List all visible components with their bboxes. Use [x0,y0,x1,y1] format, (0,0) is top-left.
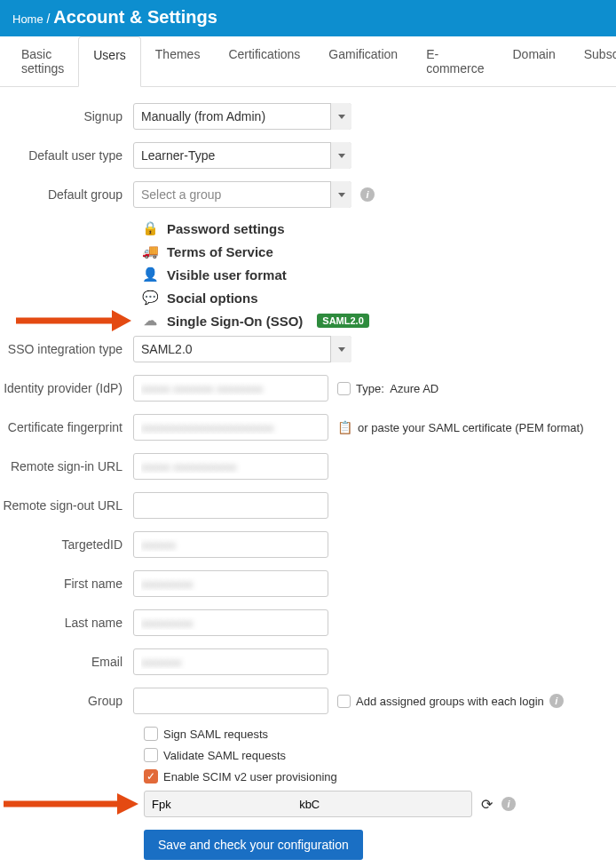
refresh-icon[interactable]: ⟳ [481,796,493,813]
cloud-icon: ☁ [142,313,158,329]
info-icon[interactable]: i [360,187,375,202]
fingerprint-aux-text: or paste your SAML certificate (PEM form… [358,421,584,434]
default-user-type-label: Default user type [0,148,133,163]
info-icon[interactable]: i [549,694,564,708]
content-area: Signup Manually (from Admin) Default use… [0,87,616,867]
signin-url-input[interactable] [133,453,328,480]
tab-ecommerce[interactable]: E-commerce [412,36,498,86]
lastname-input[interactable] [133,609,328,636]
section-sso[interactable]: ☁ Single Sign-On (SSO) SAML2.0 [142,313,616,329]
add-groups-label: Add assigned groups with each login [356,695,544,708]
tab-basic-settings[interactable]: Basic settings [7,36,78,86]
signout-url-label: Remote sign-out URL [0,498,133,513]
enable-scim-label: Enable SCIM v2 user provisioning [163,770,337,783]
default-group-select[interactable]: Select a group [133,181,351,208]
group-label: Group [0,694,133,708]
firstname-input[interactable] [133,570,328,597]
validate-saml-checkbox[interactable] [144,748,158,762]
paste-icon[interactable]: 📋 [337,420,352,434]
truck-icon: 🚚 [142,243,158,259]
signout-url-input[interactable] [133,492,328,519]
fingerprint-input[interactable] [133,414,328,441]
section-social-options[interactable]: 💬 Social options [142,290,616,306]
tab-certifications[interactable]: Certifications [214,36,314,86]
arrow-annotation-icon [4,791,138,816]
scim-token-input[interactable] [144,791,472,817]
lastname-label: Last name [0,616,133,630]
firstname-label: First name [0,577,133,591]
default-group-label: Default group [0,187,133,202]
tab-themes[interactable]: Themes [141,36,215,86]
default-user-type-select[interactable]: Learner-Type [133,142,351,169]
group-input[interactable] [133,688,328,714]
idp-input[interactable] [133,375,328,402]
tab-bar: Basic settings Users Themes Certificatio… [0,36,616,87]
tab-subscription[interactable]: Subscri [570,36,616,86]
user-icon: 👤 [142,266,158,282]
idp-type-label: Type: Azure AD [356,382,438,395]
section-visible-user-format[interactable]: 👤 Visible user format [142,266,616,282]
email-input[interactable] [133,648,328,675]
sso-integration-type-select[interactable]: SAML2.0 [133,336,351,362]
breadcrumb-home[interactable]: Home [12,12,43,26]
sso-integration-type-label: SSO integration type [0,342,133,356]
targetedid-input[interactable] [133,531,328,558]
tab-users[interactable]: Users [78,36,141,87]
svg-marker-3 [117,793,138,815]
idp-type-checkbox[interactable] [337,382,351,395]
page-header: Home / Account & Settings [0,0,616,36]
signup-select[interactable]: Manually (from Admin) [133,103,351,130]
arrow-annotation-icon [16,308,131,333]
info-icon[interactable]: i [501,797,516,811]
tab-domain[interactable]: Domain [498,36,569,86]
chat-icon: 💬 [142,290,158,306]
fingerprint-label: Certificate fingerprint [0,420,133,434]
save-check-button[interactable]: Save and check your configuration [144,830,363,860]
svg-marker-1 [112,310,131,331]
email-label: Email [0,655,133,669]
idp-label: Identity provider (IdP) [0,381,133,395]
page-title: Account & Settings [53,7,217,27]
targetedid-label: TargetedID [0,537,133,552]
validate-saml-label: Validate SAML requests [163,749,286,762]
sign-saml-checkbox[interactable] [144,727,158,741]
sign-saml-label: Sign SAML requests [163,728,268,741]
section-terms-of-service[interactable]: 🚚 Terms of Service [142,243,616,259]
tab-gamification[interactable]: Gamification [314,36,412,86]
sso-badge: SAML2.0 [317,314,368,328]
add-groups-checkbox[interactable] [337,695,351,708]
lock-icon: 🔒 [142,220,158,236]
section-password-settings[interactable]: 🔒 Password settings [142,220,616,236]
signup-label: Signup [0,109,133,123]
signin-url-label: Remote sign-in URL [0,459,133,473]
enable-scim-checkbox[interactable]: ✓ [144,769,158,783]
